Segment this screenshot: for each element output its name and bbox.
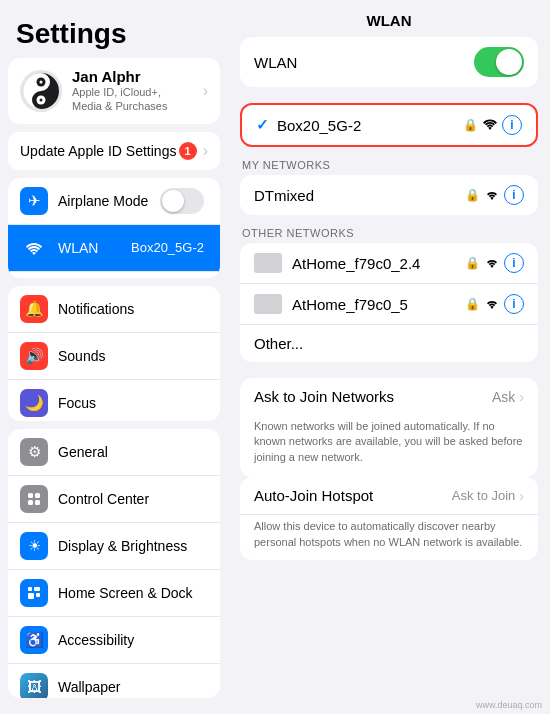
my-network-row-dtmixed[interactable]: DTmixed 🔒 i xyxy=(240,175,538,215)
athome-5-icons: 🔒 i xyxy=(465,294,524,314)
sidebar-item-display-brightness[interactable]: ☀ Display & Brightness xyxy=(8,523,220,570)
wlan-icon xyxy=(20,234,48,262)
notifications-icon: 🔔 xyxy=(20,295,48,323)
athome-2-4-label: AtHome_f79c0_2.4 xyxy=(292,255,420,272)
wlan-toggle-row: WLAN xyxy=(240,37,538,87)
focus-icon: 🌙 xyxy=(20,389,48,417)
connected-network-icons: 🔒 i xyxy=(463,115,522,135)
sidebar-item-airplane-mode[interactable]: ✈ Airplane Mode xyxy=(8,178,220,225)
dtmixed-icons: 🔒 i xyxy=(465,185,524,205)
svg-rect-9 xyxy=(35,500,40,505)
focus-label: Focus xyxy=(58,395,208,411)
svg-rect-8 xyxy=(28,500,33,505)
my-networks-section-label: MY NETWORKS xyxy=(228,147,550,175)
sidebar-section-general: ⚙ General Control Center ☀ Display & Bri… xyxy=(8,429,220,698)
general-icon: ⚙ xyxy=(20,438,48,466)
connected-network-info-icon[interactable]: i xyxy=(502,115,522,135)
avatar xyxy=(20,70,62,112)
main-header-title: WLAN xyxy=(228,0,550,37)
sidebar-item-sounds[interactable]: 🔊 Sounds xyxy=(8,333,220,380)
athome-5-info-icon[interactable]: i xyxy=(504,294,524,314)
dtmixed-label: DTmixed xyxy=(254,187,314,204)
other-label: Other... xyxy=(254,335,303,352)
svg-point-5 xyxy=(40,98,43,101)
sidebar: Settings Jan Alphr Apple ID, iCloud+, Me… xyxy=(0,0,228,714)
home-screen-label: Home Screen & Dock xyxy=(58,585,208,601)
update-badge: 1 xyxy=(179,142,197,160)
display-brightness-icon: ☀ xyxy=(20,532,48,560)
athome-2-4-wifi-icon xyxy=(484,256,500,271)
ask-to-join-value: Ask xyxy=(492,389,515,405)
athome-5-wifi-icon xyxy=(484,297,500,312)
svg-rect-11 xyxy=(34,587,40,591)
wallpaper-label: Wallpaper xyxy=(58,679,208,695)
auto-join-section: Auto-Join Hotspot Ask to Join › Allow th… xyxy=(240,477,538,560)
svg-rect-6 xyxy=(28,493,33,498)
athome-2-4-info-icon[interactable]: i xyxy=(504,253,524,273)
sounds-label: Sounds xyxy=(58,348,208,364)
sidebar-item-bluetooth[interactable]: Bluetooth On xyxy=(8,272,220,279)
airplane-mode-icon: ✈ xyxy=(20,187,48,215)
update-chevron-icon: › xyxy=(203,142,208,160)
dtmixed-lock-icon: 🔒 xyxy=(465,188,480,202)
athome-2-4-icons: 🔒 i xyxy=(465,253,524,273)
my-networks-section: DTmixed 🔒 i xyxy=(240,175,538,215)
other-networks-section-label: OTHER NETWORKS xyxy=(228,215,550,243)
wlan-toggle-knob xyxy=(496,49,522,75)
update-banner[interactable]: Update Apple ID Settings 1 › xyxy=(8,132,220,170)
profile-card[interactable]: Jan Alphr Apple ID, iCloud+, Media & Pur… xyxy=(8,58,220,124)
connected-network-row[interactable]: ✓ Box20_5G-2 🔒 i xyxy=(242,105,536,145)
sidebar-item-control-center[interactable]: Control Center xyxy=(8,476,220,523)
athome-5-thumb xyxy=(254,294,282,314)
accessibility-icon: ♿ xyxy=(20,626,48,654)
accessibility-label: Accessibility xyxy=(58,632,208,648)
other-network-row-other[interactable]: Other... xyxy=(240,325,538,362)
ask-to-join-row[interactable]: Ask to Join Networks Ask › xyxy=(240,378,538,415)
wlan-toggle[interactable] xyxy=(474,47,524,77)
wlan-value: Box20_5G-2 xyxy=(131,240,204,255)
wlan-toggle-label: WLAN xyxy=(254,54,474,71)
sidebar-section-notifications: 🔔 Notifications 🔊 Sounds 🌙 Focus ⏱ Scree… xyxy=(8,286,220,420)
svg-rect-12 xyxy=(28,593,34,599)
airplane-mode-toggle[interactable] xyxy=(160,188,204,214)
dtmixed-info-icon[interactable]: i xyxy=(504,185,524,205)
sidebar-item-wlan[interactable]: WLAN Box20_5G-2 xyxy=(8,225,220,272)
wlan-label: WLAN xyxy=(58,240,131,256)
sidebar-item-home-screen[interactable]: Home Screen & Dock xyxy=(8,570,220,617)
athome-2-4-lock-icon: 🔒 xyxy=(465,256,480,270)
other-network-row-athome-2-4[interactable]: AtHome_f79c0_2.4 🔒 i xyxy=(240,243,538,284)
auto-join-row[interactable]: Auto-Join Hotspot Ask to Join › xyxy=(240,477,538,515)
wallpaper-icon: 🖼 xyxy=(20,673,48,698)
ask-to-join-description: Known networks will be joined automatica… xyxy=(240,415,538,477)
profile-info: Jan Alphr Apple ID, iCloud+, Media & Pur… xyxy=(72,68,193,114)
airplane-mode-label: Airplane Mode xyxy=(58,193,160,209)
other-network-row-athome-5[interactable]: AtHome_f79c0_5 🔒 i xyxy=(240,284,538,325)
auto-join-chevron-icon: › xyxy=(519,488,524,504)
auto-join-label: Auto-Join Hotspot xyxy=(254,487,452,504)
profile-chevron-icon: › xyxy=(203,82,208,100)
lock-icon: 🔒 xyxy=(463,118,478,132)
update-text: Update Apple ID Settings xyxy=(20,143,179,159)
other-networks-section: AtHome_f79c0_2.4 🔒 i xyxy=(240,243,538,362)
connected-network-name: Box20_5G-2 xyxy=(277,117,463,134)
profile-subtitle: Apple ID, iCloud+, Media & Purchases xyxy=(72,85,193,114)
sidebar-item-wallpaper[interactable]: 🖼 Wallpaper xyxy=(8,664,220,698)
sidebar-item-notifications[interactable]: 🔔 Notifications xyxy=(8,286,220,333)
sidebar-item-general[interactable]: ⚙ General xyxy=(8,429,220,476)
athome-2-4-thumb xyxy=(254,253,282,273)
svg-point-4 xyxy=(40,80,43,83)
sidebar-item-accessibility[interactable]: ♿ Accessibility xyxy=(8,617,220,664)
ask-to-join-section: Ask to Join Networks Ask › Known network… xyxy=(240,378,538,477)
svg-rect-10 xyxy=(28,587,32,591)
sidebar-item-focus[interactable]: 🌙 Focus xyxy=(8,380,220,420)
svg-rect-13 xyxy=(36,593,40,597)
ask-to-join-chevron-icon: › xyxy=(519,389,524,405)
settings-title: Settings xyxy=(0,0,228,58)
connected-network-section: ✓ Box20_5G-2 🔒 i xyxy=(240,103,538,147)
home-screen-icon xyxy=(20,579,48,607)
ask-to-join-label: Ask to Join Networks xyxy=(254,388,492,405)
control-center-label: Control Center xyxy=(58,491,208,507)
general-label: General xyxy=(58,444,208,460)
dtmixed-wifi-icon xyxy=(484,188,500,203)
watermark: www.deuaq.com xyxy=(228,696,550,714)
